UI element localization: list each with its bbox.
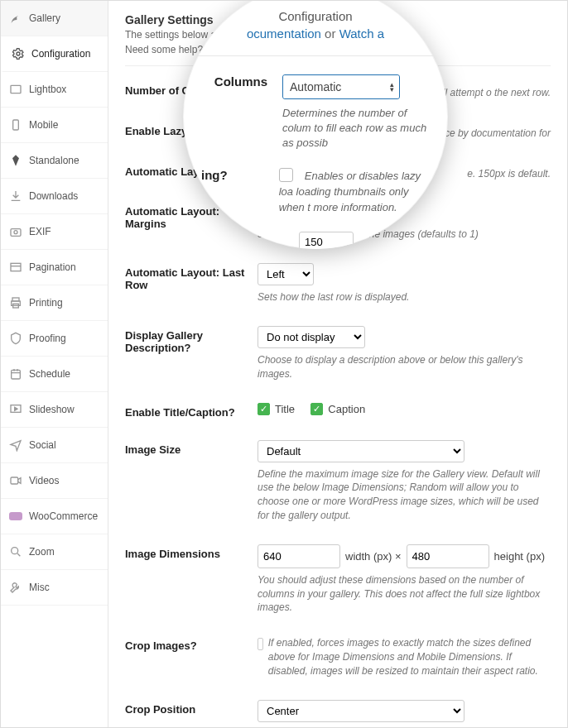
sidebar-item-label: Slideshow [29,404,75,415]
sidebar-item-label: Social [29,439,56,451]
label-last-row: Automatic Layout: Last Row [125,263,258,291]
sidebar-item-gallery[interactable]: Gallery [1,1,108,36]
sidebar-item-printing[interactable]: Printing [1,285,108,321]
sidebar-item-label: Pagination [29,261,76,273]
download-icon [9,189,22,203]
mag-columns-select[interactable]: Automatic ▴▾ [282,74,400,99]
sidebar-item-standalone[interactable]: Standalone [1,143,108,179]
help-description: Choose to display a description above or… [258,353,551,381]
sidebar-item-label: Proofing [29,333,66,344]
svg-point-12 [12,548,18,554]
help-crop: If enabled, forces images to exactly mat… [268,636,551,678]
sidebar-item-label: Downloads [29,190,78,202]
slideshow-icon [9,403,22,416]
crop-pos-select[interactable]: Center [258,700,465,722]
label-dimensions: Image Dimensions [125,544,258,560]
sidebar-item-woocommerce[interactable]: WooCommerce [1,499,108,534]
sidebar-item-label: Configuration [31,48,90,60]
label-crop: Crop Images? [125,636,258,652]
sidebar-item-downloads[interactable]: Downloads [1,179,108,214]
sidebar-item-lightbox[interactable]: Lightbox [1,72,108,108]
help-dimensions: You should adjust these dimensions based… [258,573,551,615]
svg-rect-11 [11,477,18,484]
mag-ing-label: ing? [201,168,228,182]
sidebar-item-label: Mobile [29,119,58,131]
height-label: height (px) [494,550,545,563]
sidebar-item-label: Misc [29,582,50,593]
caption-checkbox[interactable]: ✓ [310,403,323,415]
documentation-link[interactable]: ocumentation [247,26,321,41]
mag-links: ocumentation or Watch a [201,26,430,41]
label-image-size: Image Size [125,440,258,456]
height-input[interactable] [407,544,489,568]
lightbox-icon [9,83,22,96]
chevron-updown-icon: ▴▾ [390,82,394,92]
sidebar-item-social[interactable]: Social [1,428,108,463]
sidebar-item-configuration[interactable]: Configuration [1,36,108,72]
label-description: Display Gallery Description? [125,326,258,354]
mag-lazy-help: Enables or disables lazy loa loading thu… [279,170,421,213]
zoom-icon [9,545,22,558]
pagination-icon [9,261,22,274]
mag-columns-label: Columns [201,74,267,89]
social-icon [9,438,22,452]
sidebar-item-slideshow[interactable]: Slideshow [1,392,108,428]
title-checkbox[interactable]: ✓ [258,403,270,415]
gear-icon [12,47,25,60]
sidebar-item-label: Schedule [29,368,70,380]
svg-rect-2 [13,120,19,130]
sidebar-item-label: WooCommerce [29,510,98,522]
help-last-row: Sets how the last row is displayed. [258,290,551,304]
help-image-size: Define the maximum image size for the Ga… [258,467,551,523]
sidebar-item-schedule[interactable]: Schedule [1,357,108,392]
sidebar-item-pagination[interactable]: Pagination [1,250,108,285]
title-label: Title [275,403,295,415]
sidebar-item-zoom[interactable]: Zoom [1,534,108,570]
mag-divider [183,55,448,56]
sidebar-item-label: Zoom [29,546,55,558]
sidebar-item-label: Videos [29,475,59,486]
mobile-icon [9,118,22,132]
sidebar-item-label: Standalone [29,155,79,166]
sidebar-item-label: Printing [29,297,63,309]
wrench-icon [9,581,22,594]
woo-icon [9,510,22,523]
schedule-icon [9,367,22,381]
svg-rect-9 [12,370,21,379]
diamond-icon [9,154,22,167]
description-select[interactable]: Do not display [258,326,365,348]
mag-top: Configuration [201,9,430,23]
crop-checkbox[interactable] [258,638,263,650]
watch-link[interactable]: Watch a [339,26,384,41]
video-icon [9,474,22,487]
caption-label: Caption [328,403,365,415]
label-title-caption: Enable Title/Caption? [125,403,258,419]
svg-rect-1 [11,85,21,93]
mag-lazy-checkbox[interactable] [279,168,293,182]
sidebar-item-label: Gallery [29,12,60,24]
sidebar-item-videos[interactable]: Videos [1,463,108,499]
svg-point-0 [17,52,20,55]
svg-point-4 [14,231,17,234]
sidebar-item-label: EXIF [29,226,51,237]
width-input[interactable] [258,544,340,568]
proof-icon [9,332,22,345]
sidebar-item-mobile[interactable]: Mobile [1,108,108,143]
print-icon [9,296,22,309]
camera-icon [9,225,22,238]
width-label: width (px) × [345,550,402,563]
last-row-select[interactable]: Left [258,263,314,285]
label-crop-pos: Crop Position [125,700,258,716]
sidebar-item-misc[interactable]: Misc [1,570,108,606]
svg-rect-5 [11,263,21,271]
leaf-icon [9,12,22,25]
image-size-select[interactable]: Default [258,440,465,462]
sidebar-item-label: Lightbox [29,84,66,95]
sidebar-item-proofing[interactable]: Proofing [1,321,108,357]
mag-columns-help: Determines the number of colum to fill e… [282,106,430,151]
svg-rect-3 [11,229,21,237]
sidebar-item-exif[interactable]: EXIF [1,214,108,250]
sidebar: Gallery Configuration Lightbox Mobile St… [1,1,108,727]
